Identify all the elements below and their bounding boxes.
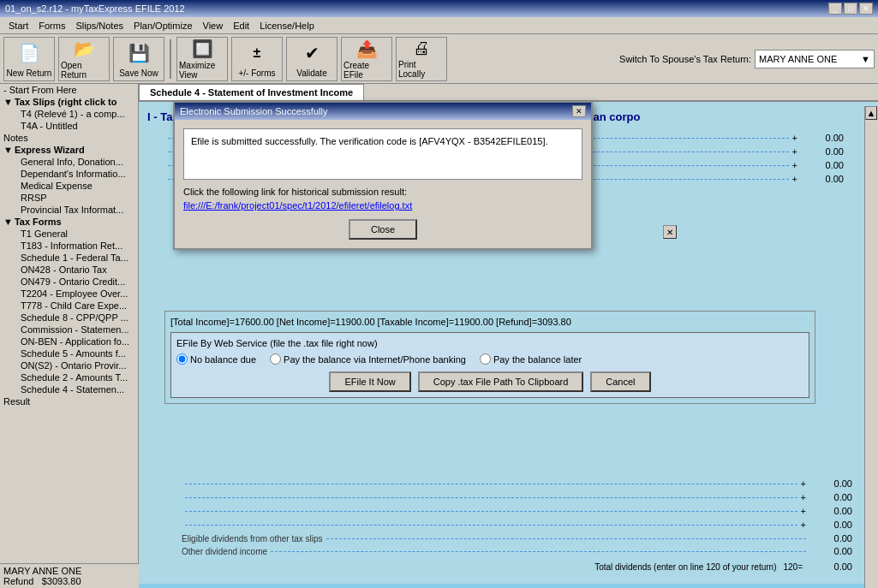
on479[interactable]: ON479 - Ontario Credit...	[0, 276, 138, 288]
spouse-section: Switch To Spouse's Tax Return: MARY ANNE…	[619, 50, 875, 68]
menu-start[interactable]: Start	[3, 20, 33, 32]
minimize-btn[interactable]: _	[828, 3, 842, 15]
commission[interactable]: Commission - Statemen...	[0, 324, 138, 336]
on428[interactable]: ON428 - Ontario Tax	[0, 264, 138, 276]
income-line-8: + 0.00	[182, 519, 852, 531]
schedule-5[interactable]: Schedule 5 - Amounts f...	[0, 347, 138, 359]
radio-row: No balance due Pay the balance via Inter…	[176, 353, 803, 365]
scrollbar[interactable]: ▲ ▼	[864, 106, 878, 588]
title-bar: 01_on_s2.r12 - myTaxExpress EFILE 2012 _…	[0, 0, 878, 17]
other-dividend-row: Other dividend income 0.00	[182, 546, 852, 556]
success-dialog-title-text: Electronic Submission Successfully	[180, 106, 327, 116]
menu-plan[interactable]: Plan/Optimize	[128, 20, 197, 32]
schedule-4[interactable]: Schedule 4 - Statemen...	[0, 383, 138, 395]
income-line-6: + 0.00	[182, 491, 852, 503]
eligible-row: Eligible dividends from other tax slips …	[182, 533, 852, 543]
total-line-num: 120=	[783, 562, 803, 572]
success-message-box: Efile is submitted successfully. The ver…	[183, 128, 582, 180]
tax-slips-section[interactable]: ▼ Tax Slips (right click to	[0, 96, 138, 108]
menu-view[interactable]: View	[198, 20, 229, 32]
t1-general[interactable]: T1 General	[0, 228, 138, 240]
efile-close-x-button[interactable]: ✕	[663, 225, 677, 239]
submission-link[interactable]: file:///E:/frank/project01/spec/t1/2012/…	[183, 200, 412, 211]
schedule4-tab[interactable]: Schedule 4 - Statement of Investment Inc…	[139, 84, 364, 100]
toolbar-separator-1	[170, 39, 171, 79]
t183[interactable]: T183 - Information Ret...	[0, 240, 138, 252]
schedule-8[interactable]: Schedule 8 - CPP/QPP ...	[0, 312, 138, 324]
efile-webservice-title: EFile By Web Service (file the .tax file…	[176, 338, 803, 348]
toolbar: 📄 New Return 📂 Open Return 💾 Save Now 🔲 …	[0, 34, 878, 84]
schedule-2[interactable]: Schedule 2 - Amounts T...	[0, 371, 138, 383]
radio-pay-internet[interactable]: Pay the balance via Internet/Phone banki…	[270, 353, 466, 365]
other-dividend-value: 0.00	[809, 546, 852, 556]
t778[interactable]: T778 - Child Care Expe...	[0, 300, 138, 312]
open-return-button[interactable]: 📂 Open Return	[58, 37, 110, 81]
spouse-dropdown[interactable]: MARY ANNE ONE ▼	[755, 50, 875, 68]
cancel-button[interactable]: Cancel	[590, 371, 650, 392]
copy-tax-file-path-button[interactable]: Copy .tax File Path To Clipboard	[418, 371, 584, 392]
menu-edit[interactable]: Edit	[228, 20, 254, 32]
success-dialog-title-bar: Electronic Submission Successfully ✕	[175, 103, 591, 120]
lower-dashes: + 0.00 + 0.00 + 0.00 + 0.00 Eligible div…	[182, 478, 852, 573]
t4a-item[interactable]: T4A - Untitled	[0, 120, 138, 132]
status-refund: Refund $3093.80	[3, 576, 135, 586]
right-content: Schedule 4 - Statement of Investment Inc…	[139, 84, 878, 588]
efile-summary: [Total Income]=17600.00 [Net Income]=119…	[170, 317, 809, 327]
total-value: 0.00	[809, 561, 852, 572]
express-wizard-section[interactable]: ▼ Express Wizard	[0, 144, 138, 156]
on-ben[interactable]: ON-BEN - Application fo...	[0, 336, 138, 347]
tax-forms-section[interactable]: ▼ Tax Forms	[0, 216, 138, 228]
save-now-icon: 💾	[125, 39, 152, 67]
schedule-1[interactable]: Schedule 1 - Federal Ta...	[0, 252, 138, 264]
result-label[interactable]: Result	[0, 395, 138, 407]
open-return-icon: 📂	[70, 39, 98, 59]
wizard-rrsp[interactable]: RRSP	[0, 192, 138, 204]
wizard-dependant[interactable]: Dependant's Informatio...	[0, 168, 138, 180]
plus-minus-forms-button[interactable]: ± +/- Forms	[231, 37, 283, 81]
status-bar: MARY ANNE ONE Refund $3093.80	[0, 563, 139, 588]
radio-pay-later[interactable]: Pay the balance later	[480, 353, 582, 365]
close-btn-row: Close	[183, 219, 582, 240]
efile-webservice: EFile By Web Service (file the .tax file…	[170, 332, 809, 398]
close-btn[interactable]: ✕	[859, 3, 873, 15]
new-return-icon: 📄	[15, 39, 43, 67]
wizard-provincial[interactable]: Provincial Tax Informat...	[0, 204, 138, 216]
title-bar-buttons: _ □ ✕	[828, 3, 873, 15]
t4-item[interactable]: T4 (Relevé 1) - a comp...	[0, 108, 138, 120]
create-efile-button[interactable]: 📤 Create EFile	[341, 37, 392, 81]
wizard-medical[interactable]: Medical Expense	[0, 180, 138, 192]
start-from-here[interactable]: - Start From Here	[0, 84, 138, 96]
validate-button[interactable]: ✔ Validate	[286, 37, 337, 81]
efile-btn-row: EFile It Now Copy .tax File Path To Clip…	[176, 371, 803, 392]
menu-license[interactable]: License/Help	[254, 20, 320, 32]
maximize-btn[interactable]: □	[844, 3, 857, 15]
spouse-value: MARY ANNE ONE	[759, 54, 861, 64]
expand-wizard-icon: ▼	[3, 145, 13, 155]
new-return-button[interactable]: 📄 New Return	[3, 37, 55, 81]
success-dialog-close-btn[interactable]: ✕	[572, 105, 586, 117]
status-refund-value: $3093.80	[42, 576, 81, 586]
income-line-7: + 0.00	[182, 505, 852, 517]
efile-it-now-button[interactable]: EFile It Now	[329, 371, 410, 392]
scroll-up-button[interactable]: ▲	[865, 106, 877, 120]
notes-label[interactable]: Notes	[0, 132, 138, 144]
menu-slips-notes[interactable]: Slips/Notes	[70, 20, 128, 32]
menu-forms[interactable]: Forms	[33, 20, 70, 32]
on-s2[interactable]: ON(S2) - Ontario Provir...	[0, 359, 138, 371]
total-label: Total dividends (enter on line 120 of yo…	[182, 562, 783, 572]
dialog-close-button[interactable]: Close	[349, 219, 417, 240]
link-prefix: Click the following link for historical …	[183, 187, 582, 197]
window-title: 01_on_s2.r12 - myTaxExpress EFILE 2012	[5, 3, 185, 14]
maximize-view-button[interactable]: 🔲 Maximize View	[176, 37, 228, 81]
main-area: - Start From Here ▼ Tax Slips (right cli…	[0, 84, 878, 588]
expand-icon: ▼	[3, 97, 13, 107]
t2204[interactable]: T2204 - Employee Over...	[0, 288, 138, 300]
wizard-general[interactable]: General Info, Donation...	[0, 156, 138, 168]
radio-no-balance[interactable]: No balance due	[176, 353, 256, 365]
spouse-dropdown-arrow-icon: ▼	[861, 54, 870, 64]
maximize-view-icon: 🔲	[188, 39, 216, 59]
save-now-button[interactable]: 💾 Save Now	[113, 37, 164, 81]
print-locally-button[interactable]: 🖨 Print Locally	[396, 37, 447, 81]
create-efile-icon: 📤	[353, 39, 380, 59]
eligible-value: 0.00	[809, 533, 852, 543]
